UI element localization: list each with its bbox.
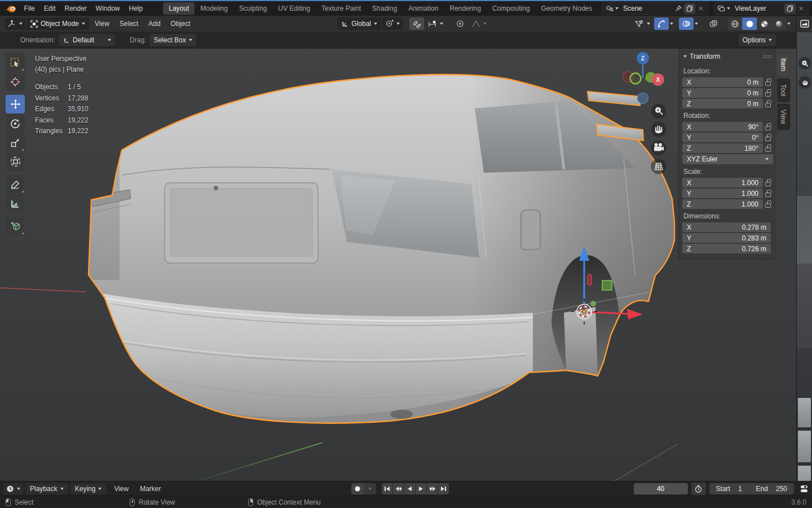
frame-start-field[interactable]: Start1 [709, 483, 749, 494]
timeline-menu-marker[interactable]: Marker [134, 485, 166, 493]
workspace-tab-uv-editing[interactable]: UV Editing [272, 2, 316, 15]
pan-button[interactable] [651, 122, 667, 137]
jump-to-end-button[interactable] [438, 483, 449, 494]
frame-end-field[interactable]: End250 [749, 483, 794, 494]
gizmos-dropdown-chevron-icon[interactable] [670, 23, 673, 25]
orientation-dropdown[interactable]: Default [59, 34, 115, 46]
rotate-tool[interactable] [6, 114, 25, 133]
blender-logo-icon[interactable] [6, 3, 17, 14]
lock-scale-x[interactable] [763, 179, 773, 186]
location-z-field[interactable]: Z0 m [682, 99, 763, 108]
dimensions-z-field[interactable]: Z0.726 m [682, 244, 771, 253]
nav-axis-minus-y[interactable] [630, 73, 641, 84]
workspace-tab-sculpting[interactable]: Sculpting [233, 2, 272, 15]
dimensions-y-field[interactable]: Y0.283 m [682, 233, 771, 243]
viewport-canvas[interactable]: X Z [0, 49, 796, 481]
current-frame-field[interactable]: 40 [634, 483, 688, 494]
viewport-menu-select[interactable]: Select [115, 18, 143, 29]
strip-pan-button[interactable] [798, 76, 811, 89]
snap-target-selector[interactable] [425, 17, 446, 30]
workspace-tab-animation[interactable]: Animation [403, 2, 444, 15]
side-editor-body[interactable] [797, 32, 812, 481]
add-cube-tool[interactable] [6, 217, 25, 235]
view-layer-name[interactable]: ViewLayer [730, 5, 784, 12]
rotation-z-field[interactable]: Z180° [682, 143, 763, 153]
location-y-field[interactable]: Y0 m [682, 88, 763, 98]
scale-z-field[interactable]: Z1.000 [682, 199, 763, 209]
view-layer-icon[interactable] [716, 3, 727, 14]
overlays-dropdown-chevron-icon[interactable] [695, 23, 698, 25]
rotation-y-field[interactable]: Y0° [682, 133, 763, 142]
dimensions-x-field[interactable]: X0.278 m [682, 222, 771, 232]
gizmo-x-arrowhead[interactable] [627, 309, 643, 319]
select-box-tool[interactable] [6, 53, 25, 72]
measure-tool[interactable] [6, 194, 25, 213]
trim-bar-1[interactable] [588, 91, 640, 106]
scale-tool[interactable] [6, 133, 25, 152]
scale-y-field[interactable]: Y1.000 [682, 189, 763, 198]
transform-tool[interactable] [6, 152, 25, 171]
lock-location-z[interactable] [763, 100, 773, 107]
workspace-tab-layout[interactable]: Layout [163, 2, 195, 15]
sidebar-tab-item[interactable]: Item [777, 52, 790, 77]
sidebar-tab-tool[interactable]: Tool [777, 78, 790, 102]
mode-selector[interactable]: Object Mode [27, 17, 89, 30]
strip-zoom-button[interactable] [798, 57, 811, 69]
lock-location-x[interactable] [763, 78, 773, 86]
lock-rotation-z[interactable] [763, 144, 773, 152]
transform-orientation-selector[interactable]: Global [337, 17, 381, 30]
pivot-point-selector[interactable] [382, 17, 403, 30]
gizmo-plane-handle-red[interactable] [588, 274, 592, 285]
menu-render[interactable]: Render [60, 3, 91, 14]
menu-window[interactable]: Window [91, 3, 125, 14]
move-tool[interactable] [6, 95, 25, 113]
workspace-tab-scripting[interactable]: Scripting [598, 2, 602, 15]
shading-solid-button[interactable] [742, 17, 757, 30]
scale-x-field[interactable]: X1.000 [682, 178, 763, 187]
timeline-menu-view[interactable]: View [108, 485, 134, 493]
transform-panel-header[interactable]: Transform [682, 51, 773, 64]
show-gizmos-button[interactable] [654, 17, 669, 30]
unlink-scene-x-icon[interactable] [695, 3, 707, 14]
shading-dropdown-chevron-icon[interactable] [787, 23, 791, 25]
shading-material-button[interactable] [757, 17, 771, 30]
workspace-tab-texture-paint[interactable]: Texture Paint [316, 2, 367, 15]
lock-location-y[interactable] [763, 89, 773, 97]
viewport-menu-add[interactable]: Add [144, 18, 165, 29]
workspace-tab-modeling[interactable]: Modeling [195, 2, 233, 15]
record-button[interactable] [351, 483, 364, 494]
visibility-filter-button[interactable] [632, 17, 653, 30]
menu-help[interactable]: Help [125, 3, 148, 14]
keying-set-chevron[interactable] [364, 483, 376, 494]
shading-wireframe-button[interactable] [727, 17, 742, 30]
drag-dropdown[interactable]: Select Box [149, 34, 196, 46]
proportional-editing-button[interactable] [453, 17, 467, 30]
location-x-field[interactable]: X0 m [682, 77, 763, 87]
viewport-menu-view[interactable]: View [90, 18, 114, 29]
playback-menu[interactable]: Playback [25, 483, 68, 494]
rotation-x-field[interactable]: X90° [682, 122, 763, 132]
play-button[interactable] [416, 483, 426, 494]
use-preview-range-button[interactable] [691, 483, 706, 495]
cursor-tool[interactable] [6, 72, 25, 91]
snap-toggle-button[interactable] [409, 17, 424, 30]
editor-type-button[interactable] [5, 17, 25, 30]
sidebar-tab-view[interactable]: View [777, 104, 790, 130]
next-keyframe-button[interactable] [427, 483, 438, 494]
panel-grip-icon[interactable] [764, 55, 772, 58]
new-view-layer-icon[interactable] [784, 3, 796, 14]
car-model-object[interactable] [0, 71, 694, 423]
gizmo-y-dot[interactable] [590, 301, 596, 306]
viewport-menu-object[interactable]: Object [166, 18, 195, 29]
xray-toggle-button[interactable] [706, 17, 721, 30]
menu-edit[interactable]: Edit [39, 3, 60, 14]
pin-icon[interactable] [673, 3, 684, 14]
shading-rendered-button[interactable] [771, 17, 786, 30]
show-overlays-button[interactable] [679, 17, 694, 30]
scene-icon[interactable] [604, 3, 615, 14]
rotation-mode-dropdown[interactable]: XYZ Euler [682, 154, 773, 164]
menu-file[interactable]: File [19, 3, 39, 14]
jump-to-start-button[interactable] [382, 483, 392, 494]
options-dropdown[interactable]: Options [739, 34, 776, 46]
new-scene-duplicate-icon[interactable] [684, 3, 695, 14]
